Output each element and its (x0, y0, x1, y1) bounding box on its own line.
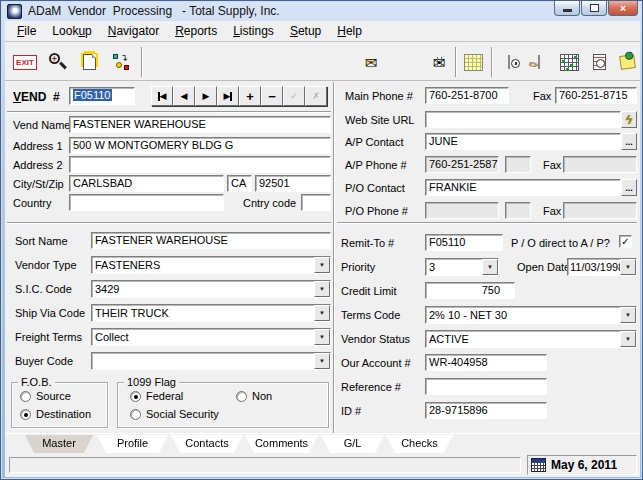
menu-setup[interactable]: Setup (282, 22, 329, 40)
vendor-type-combo[interactable]: FASTENERS▼ (91, 256, 331, 274)
note-button[interactable] (613, 48, 641, 76)
po-contact-label: P/O Contact (345, 182, 405, 194)
website-field[interactable] (425, 111, 621, 128)
chevron-down-icon[interactable]: ▼ (314, 257, 330, 273)
last-record-button[interactable]: ▶ (217, 86, 239, 106)
calendar-clock-button[interactable] (495, 48, 523, 76)
chevron-down-icon[interactable]: ▼ (314, 305, 330, 321)
menu-reports[interactable]: Reports (167, 22, 225, 40)
compose-mail-icon: ✉✎ (365, 55, 378, 70)
delete-record-button[interactable]: − (261, 86, 283, 106)
maximize-button[interactable] (581, 1, 607, 16)
menu-help[interactable]: Help (329, 22, 370, 40)
buyer-code-label: Buyer Code (15, 355, 73, 367)
vendor-status-combo[interactable]: ACTIVE▼ (425, 330, 637, 348)
navigator-button[interactable]: ↴ (107, 48, 135, 76)
grid-button[interactable] (555, 48, 583, 76)
tab-gl[interactable]: G/L (321, 435, 384, 453)
tab-checks[interactable]: Checks (386, 435, 453, 453)
chevron-down-icon[interactable]: ▼ (620, 259, 636, 275)
freight-terms-combo[interactable]: Collect▼ (91, 328, 331, 346)
menu-listings[interactable]: Listings (225, 22, 282, 40)
website-launch-button[interactable]: ϟ (621, 111, 637, 128)
tab-contacts[interactable]: Contacts (171, 435, 243, 453)
address2-field[interactable] (69, 156, 331, 173)
table-button[interactable] (459, 48, 487, 76)
main-phone-field[interactable]: 760-251-8700 (425, 87, 509, 104)
new-record-button[interactable] (75, 48, 103, 76)
credit-limit-field[interactable]: 750 (425, 282, 515, 299)
po-phone-ext-field[interactable] (505, 202, 531, 219)
add-record-button[interactable]: + (239, 86, 261, 106)
chevron-down-icon[interactable]: ▼ (620, 331, 636, 347)
buyer-code-combo[interactable]: ▼ (91, 352, 331, 370)
vend-name-field[interactable]: FASTENER WAREHOUSE (69, 116, 331, 133)
main-fax-field[interactable]: 760-251-8715 (555, 87, 637, 104)
chevron-down-icon[interactable]: ▼ (314, 281, 330, 297)
tab-comments[interactable]: Comments (245, 435, 318, 453)
ap-fax-field[interactable] (563, 156, 637, 173)
post-edit-button[interactable]: ✓ (283, 86, 305, 106)
mail-attachment-button[interactable]: ✉ (425, 48, 453, 76)
close-button[interactable]: × (608, 1, 638, 16)
po-phone-field[interactable] (425, 202, 499, 219)
po-contact-field[interactable]: FRANKIE (425, 179, 621, 196)
remit-to-field[interactable]: F05110 (425, 234, 503, 251)
flag1099-non-option[interactable]: Non (236, 390, 272, 402)
flag1099-federal-option[interactable]: Federal (130, 390, 183, 402)
chevron-down-icon[interactable]: ▼ (314, 329, 330, 345)
po-contact-more-button[interactable]: ... (621, 179, 637, 196)
id-number-field[interactable]: 28-9715896 (425, 402, 547, 419)
schedule-button[interactable] (585, 48, 613, 76)
flag1099-social-security-option[interactable]: Social Security (130, 408, 219, 420)
ap-phone-field[interactable]: 760-251-2587 (425, 156, 499, 173)
chevron-down-icon[interactable]: ▼ (314, 353, 330, 369)
ship-via-combo[interactable]: THEIR TRUCK▼ (91, 304, 331, 322)
radio-icon (20, 391, 31, 402)
lookup-button[interactable]: + (43, 48, 71, 76)
fob-destination-option[interactable]: Destination (20, 408, 91, 420)
next-record-button[interactable]: ▶ (195, 86, 217, 106)
tab-master[interactable]: Master (25, 435, 93, 453)
app-window: ADaM Vendor Processing - Total Supply, I… (0, 0, 643, 480)
cancel-edit-button[interactable]: ✗ (305, 86, 327, 106)
state-field[interactable]: CA (227, 175, 252, 192)
tab-profile[interactable]: Profile (97, 435, 168, 453)
chevron-down-icon[interactable]: ▼ (620, 307, 636, 323)
reference-field[interactable] (425, 378, 547, 395)
ap-contact-more-button[interactable]: ... (621, 133, 637, 150)
menu-file[interactable]: File (9, 22, 44, 40)
open-date-label: Open Date (517, 261, 570, 273)
lightning-icon: ϟ (626, 113, 632, 127)
our-account-field[interactable]: WR-404958 (425, 354, 547, 371)
calendar-edit-button[interactable]: ✎ (525, 48, 553, 76)
zip-field[interactable]: 92501 (255, 175, 331, 192)
address1-field[interactable]: 500 W MONTGOMERY BLDG G (69, 137, 331, 154)
sic-code-combo[interactable]: 3429▼ (91, 280, 331, 298)
ap-contact-field[interactable]: JUNE (425, 133, 621, 150)
prev-record-button[interactable]: ◀ (173, 86, 195, 106)
sort-name-field[interactable]: FASTENER WAREHOUSE (91, 232, 331, 249)
radio-icon (130, 391, 141, 402)
vend-number-field[interactable]: F05110 (69, 87, 135, 105)
open-date-combo[interactable]: 11/03/1998▼ (567, 258, 637, 276)
vend-name-label: Vend Name (13, 119, 70, 131)
fob-source-option[interactable]: Source (20, 390, 71, 402)
menu-lookup[interactable]: Lookup (44, 22, 99, 40)
country-field[interactable] (69, 194, 224, 211)
ap-phone-ext-field[interactable] (505, 156, 531, 173)
minimize-button[interactable] (554, 1, 580, 16)
status-message-panel (9, 457, 521, 473)
title-bar[interactable]: ADaM Vendor Processing - Total Supply, I… (1, 1, 642, 21)
terms-code-combo[interactable]: 2% 10 - NET 30▼ (425, 306, 637, 324)
compose-mail-button[interactable]: ✉✎ (357, 48, 385, 76)
priority-combo[interactable]: 3▼ (425, 258, 499, 276)
city-field[interactable]: CARLSBAD (69, 175, 224, 192)
cntry-code-field[interactable] (301, 194, 331, 211)
first-record-button[interactable]: ◀ (151, 86, 173, 106)
chevron-down-icon[interactable]: ▼ (482, 259, 498, 275)
po-direct-checkbox[interactable]: ✓ (619, 235, 632, 248)
exit-button[interactable]: EXIT (11, 48, 39, 76)
menu-navigator[interactable]: Navigator (100, 22, 167, 40)
po-fax-field[interactable] (563, 202, 637, 219)
